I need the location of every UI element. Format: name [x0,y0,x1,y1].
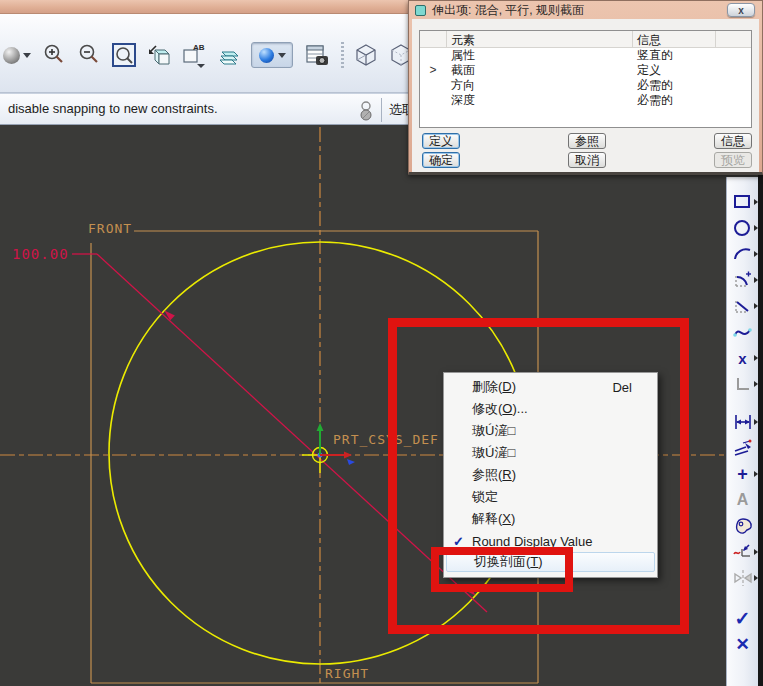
coordinate-system-tool-button[interactable] [728,371,758,397]
window-right-edge [758,175,763,686]
table-row[interactable]: 深度 必需的 [420,93,751,108]
menu-item-modify[interactable]: 修改(O)... [445,398,656,420]
menu-item-lock[interactable]: 锁定 [445,486,656,508]
dimension-tool-button[interactable] [728,409,758,435]
sphere-icon [3,47,20,64]
plus-icon: + [737,465,748,483]
menu-item-explain[interactable]: 解释(X) [445,508,656,530]
close-button[interactable]: x [727,3,755,17]
ok-button[interactable]: 确定 [422,152,460,168]
chamfer-icon [732,296,754,316]
table-row[interactable]: 方向 必需的 [420,78,751,93]
fillet-tool-button[interactable] [728,267,758,293]
info-button[interactable]: 信息 [714,133,752,149]
flyout-arrow-icon[interactable] [754,471,758,477]
zoom-out-button[interactable] [76,42,102,68]
preview-button: 预览 [714,152,752,168]
csys-tool-icon [732,374,754,394]
flyout-arrow-icon[interactable] [754,419,758,425]
menu-item-garbled-2[interactable]: 璈Ú滻□ [445,442,656,464]
repaint-button[interactable] [146,42,172,68]
dropdown-caret-icon[interactable] [23,53,31,58]
wireframe-icon [354,43,378,67]
flyout-arrow-icon[interactable] [754,381,758,387]
palette-tool-button[interactable] [728,513,758,539]
table-header: 元素 信息 [420,31,751,48]
flyout-arrow-icon[interactable] [754,549,758,555]
references-button[interactable]: 参照 [568,133,606,149]
menu-item-delete[interactable]: 删除(D) Del [445,376,656,398]
dropdown-caret-icon[interactable] [278,53,286,58]
dialog-body: 元素 信息 属性 竖直的 > 截面 定义 方向 必需的 [412,19,759,172]
flyout-arrow-icon[interactable] [754,303,758,309]
arc-tool-button[interactable] [728,241,758,267]
toolbar-separator [341,42,344,68]
repaint-icon [147,43,171,67]
appearance-ball-icon [259,48,274,63]
svg-text:AB: AB [193,43,205,52]
dimension-value[interactable]: 100.00 [12,246,69,262]
header-info: 信息 [632,31,716,47]
header-element: 元素 [446,31,632,47]
appearance-button[interactable] [251,42,293,68]
rename-icon: AB [181,42,207,68]
circle-tool-button[interactable] [728,215,758,241]
trim-icon [732,542,754,562]
point-icon: x [738,351,746,366]
snap-ball-icon[interactable] [358,98,374,122]
right-datum-label[interactable]: RIGHT [325,666,369,681]
point-tool-button[interactable]: x [728,345,758,371]
palette-icon [732,516,754,536]
rectangle-icon [732,192,754,212]
flyout-arrow-icon[interactable] [754,225,758,231]
modify-tool-button[interactable] [728,435,758,461]
flyout-arrow-icon[interactable] [754,277,758,283]
zoom-out-icon [77,43,101,67]
divide-tool-button[interactable]: + [728,461,758,487]
quit-button[interactable]: ✕ [728,631,758,657]
sketcher-toolbar: x + [726,177,758,686]
current-row-marker: > [420,63,446,78]
chamfer-tool-button[interactable] [728,293,758,319]
table-row[interactable]: 属性 竖直的 [420,48,751,63]
mirror-tool-button[interactable] [728,565,758,591]
define-button[interactable]: 定义 [422,133,460,149]
dialog-title: 伸出项: 混合, 平行, 规则截面 [432,2,584,19]
refit-button[interactable] [111,42,137,68]
spin-center-sphere-button[interactable] [2,42,32,68]
flyout-arrow-icon[interactable] [754,575,758,581]
menu-item-garbled-1[interactable]: 璈Ú滻□ [445,420,656,442]
zoom-in-icon [42,43,66,67]
spline-icon [732,322,754,342]
fillet-icon [732,270,754,290]
view-manager-icon [303,42,331,68]
trim-tool-button[interactable] [728,539,758,565]
flyout-arrow-icon[interactable] [754,251,758,257]
front-datum-label[interactable]: FRONT [88,221,132,236]
rectangle-tool-button[interactable] [728,189,758,215]
cancel-button[interactable]: 取消 [568,152,606,168]
spline-tool-button[interactable] [728,319,758,345]
dialog-titlebar[interactable]: 伸出项: 混合, 平行, 规则截面 x [409,1,762,19]
text-tool-icon: A [737,492,749,508]
flyout-arrow-icon[interactable] [754,355,758,361]
zoom-in-button[interactable] [41,42,67,68]
menu-highlight-rectangle [431,547,573,592]
dimension-arrowhead [164,311,175,321]
quit-x-icon: ✕ [735,636,749,653]
done-check-icon: ✓ [735,609,751,628]
layers-button[interactable] [216,42,242,68]
circle-icon [732,218,754,238]
view-manager-button[interactable] [302,42,332,68]
rename-button[interactable]: AB [181,42,207,68]
dialog-icon [415,5,426,16]
done-button[interactable]: ✓ [728,605,758,631]
table-row[interactable]: > 截面 定义 [420,63,751,78]
wireframe-display-button[interactable] [353,42,379,68]
menu-item-references[interactable]: 参照(R) [445,464,656,486]
text-tool-button[interactable]: A [728,487,758,513]
flyout-arrow-icon[interactable] [754,199,758,205]
refit-icon [111,42,137,68]
mirror-icon [732,568,754,588]
element-table: 元素 信息 属性 竖直的 > 截面 定义 方向 必需的 [419,30,752,128]
